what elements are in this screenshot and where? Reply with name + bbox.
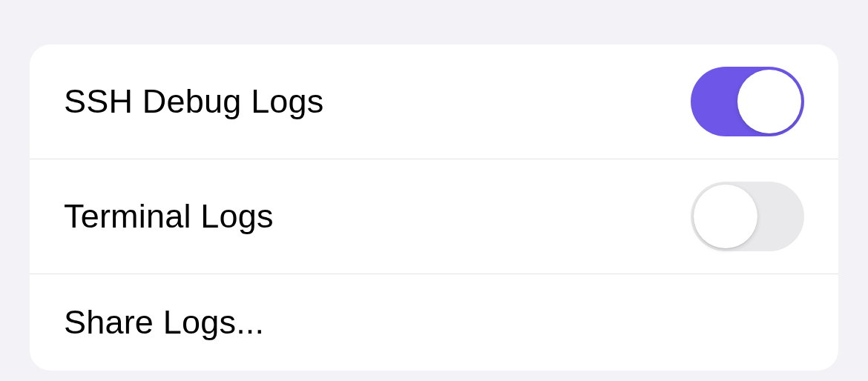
terminal-logs-row: Terminal Logs <box>30 159 838 274</box>
toggle-knob <box>737 70 801 133</box>
terminal-logs-toggle[interactable] <box>691 182 804 251</box>
ssh-debug-logs-label: SSH Debug Logs <box>64 82 324 121</box>
settings-group: SSH Debug Logs Terminal Logs Share Logs.… <box>30 44 838 371</box>
share-logs-label: Share Logs... <box>64 303 264 342</box>
ssh-debug-logs-row: SSH Debug Logs <box>30 44 838 159</box>
terminal-logs-label: Terminal Logs <box>64 197 274 236</box>
share-logs-row[interactable]: Share Logs... <box>30 274 838 371</box>
toggle-knob <box>694 185 757 248</box>
ssh-debug-logs-toggle[interactable] <box>691 67 804 136</box>
